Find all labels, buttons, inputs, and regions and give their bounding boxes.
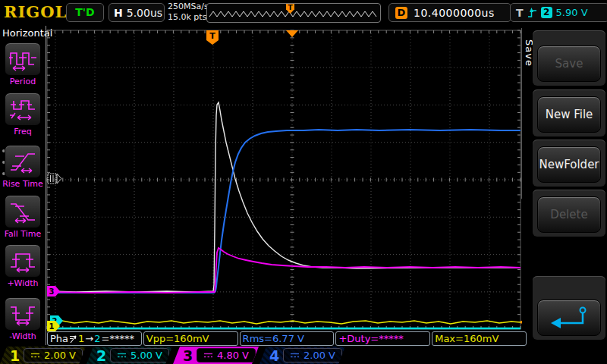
dc-coupling-icon [203,352,213,359]
dc-coupling-icon [30,352,40,359]
channel-4-status[interactable]: 4 2.00 V [259,347,345,364]
trigger-position-marker: T [206,30,219,45]
measurement-max: Max=160mV [432,331,527,346]
svg-text:T: T [209,31,215,41]
oscilloscope-screen: RIGOL T'D H 5.00us 250MSa/s 15.0k pts T … [0,0,607,364]
measurement-phase: Pha 1 → 2 =***** [47,331,142,346]
measurement-vpp: Vpp=160mV [143,331,238,346]
measurement-duty: +Duty=***** [335,331,430,346]
dc-coupling-icon [290,352,300,359]
delete-button[interactable]: Delete [537,196,601,233]
channel-3-status[interactable]: 3 4.80 V [173,347,259,364]
channel-1-status[interactable]: 1 2.00 V [0,347,86,364]
waveform-traces [47,102,521,328]
back-button[interactable] [537,300,601,336]
measurement-rms: Rms=6.77 V [240,331,335,346]
horizontal-ref-marker [286,30,298,37]
channel-2-status[interactable]: 2 5.00 V [86,347,172,364]
save-menu: Save Save New File NewFolder Delete [522,26,607,345]
new-file-button[interactable]: New File [537,96,601,133]
svg-text:1: 1 [49,322,55,331]
graticule-grid [47,30,521,329]
phase-rise-rise-icon [69,334,77,344]
ch4-trace [50,130,521,293]
back-arrow-icon [549,305,589,331]
waveform-display: T 3 2 1 [0,0,607,364]
new-folder-button[interactable]: NewFolder [537,146,601,183]
measurement-bar: Pha 1 → 2 =***** Vpp=160mV Rms=6.77 V +D… [47,331,527,346]
ch3-ground-marker: 3 [47,286,60,297]
save-button[interactable]: Save [537,46,601,82]
svg-text:3: 3 [49,287,55,296]
dc-coupling-icon [117,352,127,359]
channel-status-bar: 1 2.00 V 2 5.00 V 3 [0,347,607,364]
